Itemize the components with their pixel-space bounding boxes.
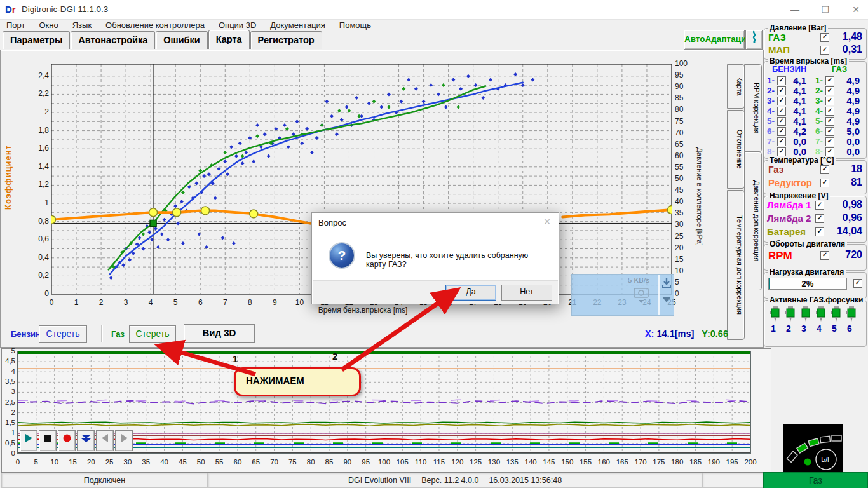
injector-number: 4 <box>817 323 825 334</box>
checkbox[interactable]: ✓ <box>825 76 834 85</box>
close-button[interactable]: ✕ <box>846 3 865 17</box>
checkbox[interactable]: ✓ <box>777 147 786 156</box>
petrol-label: Бензин <box>11 329 41 339</box>
checkbox[interactable]: ✓ <box>820 46 829 55</box>
map-point[interactable] <box>201 207 210 215</box>
pressure-value: 1,48 <box>831 31 862 43</box>
restore-button[interactable]: ❐ <box>816 3 835 17</box>
dialog-message: Вы уверены, что хотите удалить собранную… <box>366 251 550 269</box>
tab-регистратор[interactable]: Регистратор <box>250 31 322 49</box>
x-tick-label: 165 <box>614 458 630 466</box>
checkbox[interactable]: ✓ <box>777 127 786 136</box>
checkbox[interactable]: ✓ <box>777 97 786 105</box>
x-tick-label: 160 <box>595 458 612 466</box>
menu-item-окно[interactable]: Окно <box>39 20 58 30</box>
x-tick-label: 95 <box>358 458 374 466</box>
x-tick-label: 75 <box>284 458 301 466</box>
no-button[interactable]: Нет <box>501 285 552 301</box>
x-tick-label: 175 <box>651 458 667 466</box>
checkbox[interactable]: ✓ <box>825 147 834 156</box>
tab-карта[interactable]: Карта <box>208 30 250 49</box>
checkbox[interactable]: ✓ <box>825 97 834 105</box>
erase-petrol-button[interactable]: Стереть <box>39 325 87 343</box>
checkbox[interactable]: ✓ <box>825 107 834 116</box>
side-tab-карта[interactable]: Карта <box>727 64 745 109</box>
y-tick-label: 1 <box>3 429 15 437</box>
stop-button[interactable] <box>39 430 57 451</box>
x-tick-label: 120 <box>449 458 466 466</box>
collapse-icon[interactable] <box>661 295 672 303</box>
checkbox[interactable]: ✓ <box>820 33 829 42</box>
y-tick-label: 4 <box>3 367 15 375</box>
fuel-toggle-label: Б/Г <box>821 456 831 463</box>
dialog-close-icon[interactable]: ✕ <box>539 217 555 228</box>
view-3d-button[interactable]: Вид 3D <box>184 324 255 343</box>
checkbox[interactable]: ✓ <box>777 86 786 95</box>
marker-button[interactable] <box>77 430 95 451</box>
checkbox[interactable]: ✓ <box>825 117 834 126</box>
y-tick-label: 1,5 <box>3 419 15 426</box>
checkbox[interactable]: ✓ <box>853 279 862 288</box>
tab-автонастройка[interactable]: Автонастройка <box>71 31 155 49</box>
checkbox[interactable]: ✓ <box>820 179 829 187</box>
side-tab-отклонение[interactable]: Отклонение <box>727 110 745 189</box>
load-percent-text: 2% <box>769 279 846 288</box>
tab-параметры[interactable]: Параметры <box>3 31 70 49</box>
checkbox[interactable]: ✓ <box>815 201 824 210</box>
fuel-switch-display[interactable]: Б/Г <box>783 424 843 472</box>
menu-item-помощь[interactable]: Помощь <box>339 20 371 30</box>
pressure-group-title: Давление [Bar] <box>768 24 828 32</box>
camera-icon[interactable] <box>633 285 652 304</box>
active-injectors-group-title: Активные ГАЗ.форсунки <box>768 295 865 304</box>
next-button[interactable] <box>115 430 133 451</box>
menu-item-обновление[interactable]: Обновление контроллера <box>105 20 205 30</box>
checkbox[interactable]: ✓ <box>777 107 786 116</box>
save-icon[interactable] <box>661 278 672 289</box>
menu-item-язык[interactable]: Язык <box>72 20 92 30</box>
pressure-row-label: ГАЗ <box>768 32 786 43</box>
menu-item-опции[interactable]: Опции 3D <box>219 20 256 30</box>
checkbox[interactable]: ✓ <box>815 214 824 223</box>
signal-olive <box>18 424 750 426</box>
tab-ошибки[interactable]: Ошибки <box>156 31 207 49</box>
annotation-step-2: 2 <box>332 351 337 362</box>
cursor-map-point[interactable] <box>150 220 156 226</box>
checkbox[interactable]: ✓ <box>820 251 829 260</box>
side-tab-rpm-коррекция[interactable]: RPM коррекция <box>744 64 762 152</box>
yes-button[interactable]: Да <box>445 285 496 301</box>
map-point[interactable] <box>149 208 158 217</box>
map-point[interactable] <box>173 208 181 217</box>
side-tab-давления-доп-коррекция[interactable]: Давления доп.коррекция <box>744 152 762 290</box>
checkbox[interactable]: ✓ <box>825 137 834 146</box>
record-button[interactable] <box>58 430 76 451</box>
minimize-button[interactable]: — <box>785 3 804 17</box>
map-point[interactable] <box>250 210 258 218</box>
x-tick-label: 10 <box>292 298 307 307</box>
petrol-injection-value: 4,1 <box>786 85 806 96</box>
menu-item-порт[interactable]: Порт <box>6 20 25 30</box>
checkbox[interactable]: ✓ <box>777 117 786 126</box>
marker-icon <box>78 431 94 445</box>
checkbox[interactable]: ✓ <box>777 137 786 146</box>
checkbox[interactable]: ✓ <box>815 227 824 236</box>
checkbox[interactable]: ✓ <box>825 86 834 95</box>
prev-button[interactable] <box>96 430 114 451</box>
window-title: Digitronic-DGI 11.1.0.3 <box>22 4 108 14</box>
voltage-row-label: Лямбда 2 <box>767 213 811 224</box>
play-button[interactable] <box>20 430 37 451</box>
menu-item-документация[interactable]: Документация <box>270 20 325 30</box>
injector-number: 1 <box>771 323 780 334</box>
connection-icon[interactable] <box>745 30 763 50</box>
side-tab-температурная-доп-коррекция[interactable]: Температурная доп.коррекция <box>727 190 745 340</box>
y2-tick-label: 60 <box>675 151 694 160</box>
cyl-number-petrol: 3- <box>767 96 776 105</box>
x-tick-label: 195 <box>724 458 740 466</box>
checkbox[interactable]: ✓ <box>777 76 786 85</box>
erase-gas-button[interactable]: Стереть <box>129 325 176 343</box>
checkbox[interactable]: ✓ <box>825 127 834 136</box>
autoadaptation-button[interactable]: АвтоАдаптация <box>684 30 745 50</box>
checkbox[interactable]: ✓ <box>820 165 829 174</box>
y2-tick-label: 45 <box>675 186 694 194</box>
cyl-number-petrol: 8- <box>767 147 776 156</box>
y-tick-label: 1 <box>24 198 49 207</box>
